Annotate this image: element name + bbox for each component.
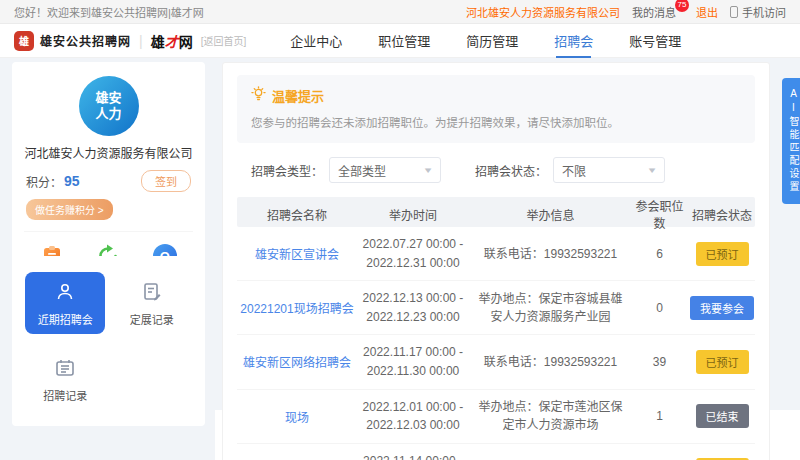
earn-points-button[interactable]: 做任务赚积分 >	[26, 199, 113, 220]
fair-time: 2022.11.17 00:00 -2022.11.30 00:00	[357, 343, 469, 380]
avatar-text-line1: 雄安	[95, 90, 121, 106]
header-fair-time: 举办时间	[357, 206, 469, 223]
fair-status-button[interactable]: 已结束	[696, 404, 749, 428]
tip-box: 温馨提示 您参与的招聘会还未添加招聘职位。为提升招聘效果，请尽快添加职位。	[237, 75, 755, 143]
my-messages-label: 我的消息	[632, 7, 676, 19]
avatar-text-line2: 人力	[95, 106, 121, 122]
nav-item-job-management[interactable]: 职位管理	[376, 23, 432, 58]
chevron-down-icon: ▼	[647, 166, 658, 175]
job-count: 39	[632, 355, 687, 369]
company-name: 河北雄安人力资源服务有限公司	[24, 144, 193, 161]
my-messages-link[interactable]: 我的消息 75	[632, 4, 676, 20]
bulb-icon	[251, 86, 266, 105]
fair-name-link[interactable]: 20221201现场招聘会	[237, 299, 357, 316]
fair-type-select[interactable]: 全部类型 ▼	[329, 157, 441, 183]
header-job-count: 参会职位数	[632, 197, 687, 231]
list-box-icon	[53, 356, 77, 382]
fair-info: 举办地点：保定市莲池区保定市人力资源市场	[469, 398, 632, 434]
job-count: 0	[632, 301, 687, 315]
fair-info: 联系电话：19932593221	[469, 245, 632, 263]
fair-time: 2022.07.27 00:00 -2022.12.31 00:00	[357, 235, 469, 272]
table-row: 宣讲会 2022.11.14 00:00 -2022.11.16 09:20 联…	[237, 444, 755, 460]
person-icon	[53, 280, 77, 306]
mobile-access-label: 手机访问	[742, 4, 786, 20]
ai-match-settings-tab[interactable]: AI智能匹配设置	[782, 78, 800, 204]
logout-link[interactable]: 退出	[696, 4, 718, 20]
company-account-link[interactable]: 河北雄安人力资源服务有限公司	[466, 4, 620, 20]
job-fair-table: 招聘会名称 举办时间 举办信息 参会职位数 招聘会状态 雄安新区宣讲会 2022…	[237, 197, 755, 460]
menu-item-label: 定展记录	[130, 311, 174, 327]
fair-name-link[interactable]: 现场	[237, 408, 357, 425]
site-logo-text[interactable]: 雄安公共招聘网	[40, 32, 131, 49]
job-count: 1	[632, 409, 687, 423]
fair-info: 联系电话：19932593221	[469, 353, 632, 371]
message-count-badge: 75	[675, 0, 689, 12]
fair-name-link[interactable]: 雄安新区网络招聘会	[237, 353, 357, 370]
fair-time: 2022.12.01 00:00 -2022.12.03 00:00	[357, 398, 469, 435]
top-utility-bar: 您好！欢迎来到雄安公共招聘网|雄才网 河北雄安人力资源服务有限公司 我的消息 7…	[0, 0, 800, 24]
points-label: 积分：	[26, 173, 62, 190]
job-count: 6	[632, 247, 687, 261]
main-content-card: 温馨提示 您参与的招聘会还未添加招聘职位。为提升招聘效果，请尽快添加职位。 招聘…	[222, 62, 770, 460]
nav-item-resume-management[interactable]: 简历管理	[464, 23, 520, 58]
menu-item-label: 招聘记录	[43, 387, 87, 403]
table-row: 雄安新区宣讲会 2022.07.27 00:00 -2022.12.31 00:…	[237, 227, 755, 281]
back-home-link[interactable]: [返回首页]	[201, 33, 247, 48]
welcome-text: 您好！欢迎来到雄安公共招聘网|雄才网	[14, 4, 204, 20]
points-value: 95	[64, 173, 80, 189]
tip-title: 温馨提示	[272, 86, 324, 105]
nav-item-enterprise-center[interactable]: 企业中心	[288, 23, 344, 58]
fair-status-button[interactable]: 已预订	[696, 350, 749, 374]
header-fair-info: 举办信息	[469, 206, 632, 223]
sidebar-menu-card: 近期招聘会 定展记录 招聘记录	[12, 256, 205, 426]
header-fair-status: 招聘会状态	[687, 206, 757, 223]
table-row: 雄安新区网络招聘会 2022.11.17 00:00 -2022.11.30 0…	[237, 335, 755, 389]
tip-body: 您参与的招聘会还未添加招聘职位。为提升招聘效果，请尽快添加职位。	[251, 114, 741, 130]
table-row: 现场 2022.12.01 00:00 -2022.12.03 00:00 举办…	[237, 390, 755, 444]
header-fair-name: 招聘会名称	[237, 206, 357, 223]
menu-item-recruit-records[interactable]: 招聘记录	[25, 348, 105, 410]
document-pen-icon	[140, 280, 164, 306]
fair-status-select[interactable]: 不限 ▼	[553, 157, 665, 183]
fair-status-select-value: 不限	[562, 162, 586, 179]
phone-icon	[730, 6, 738, 18]
menu-item-recent-job-fairs[interactable]: 近期招聘会	[25, 272, 105, 334]
fair-time: 2022.11.14 00:00 -2022.11.16 09:20	[357, 452, 469, 460]
menu-item-booth-records[interactable]: 定展记录	[112, 272, 192, 334]
logo-divider: |	[139, 33, 143, 49]
fair-type-select-value: 全部类型	[338, 162, 386, 179]
fair-status-filter-label: 招聘会状态：	[475, 162, 547, 179]
fair-time: 2022.12.13 00:00 -2022.12.23 00:00	[357, 289, 469, 326]
company-avatar: 雄安 人力	[79, 76, 139, 136]
fair-info: 举办地点：保定市容城县雄安人力资源服务产业园	[469, 290, 632, 326]
table-row: 20221201现场招聘会 2022.12.13 00:00 -2022.12.…	[237, 281, 755, 335]
secondary-site-logo[interactable]: 雄才网	[151, 31, 193, 51]
fair-status-button[interactable]: 已预订	[696, 242, 749, 266]
nav-menu: 企业中心 职位管理 简历管理 招聘会 账号管理	[288, 23, 683, 58]
menu-item-label: 近期招聘会	[38, 311, 93, 327]
mobile-access-link[interactable]: 手机访问	[730, 4, 786, 20]
table-header-row: 招聘会名称 举办时间 举办信息 参会职位数 招聘会状态	[237, 197, 755, 227]
fair-status-button[interactable]: 我要参会	[690, 296, 754, 320]
site-seal-logo-icon[interactable]: 雄	[14, 31, 34, 51]
filter-bar: 招聘会类型： 全部类型 ▼ 招聘会状态： 不限 ▼	[237, 157, 755, 183]
chevron-down-icon: ▼	[423, 166, 434, 175]
checkin-button[interactable]: 签到	[141, 170, 191, 192]
main-navbar: 雄 雄安公共招聘网 | 雄才网 [返回首页] 企业中心 职位管理 简历管理 招聘…	[0, 24, 800, 58]
fair-type-filter-label: 招聘会类型：	[251, 162, 323, 179]
nav-item-account-management[interactable]: 账号管理	[627, 23, 683, 58]
nav-item-job-fair[interactable]: 招聘会	[552, 23, 595, 58]
fair-name-link[interactable]: 雄安新区宣讲会	[237, 245, 357, 262]
